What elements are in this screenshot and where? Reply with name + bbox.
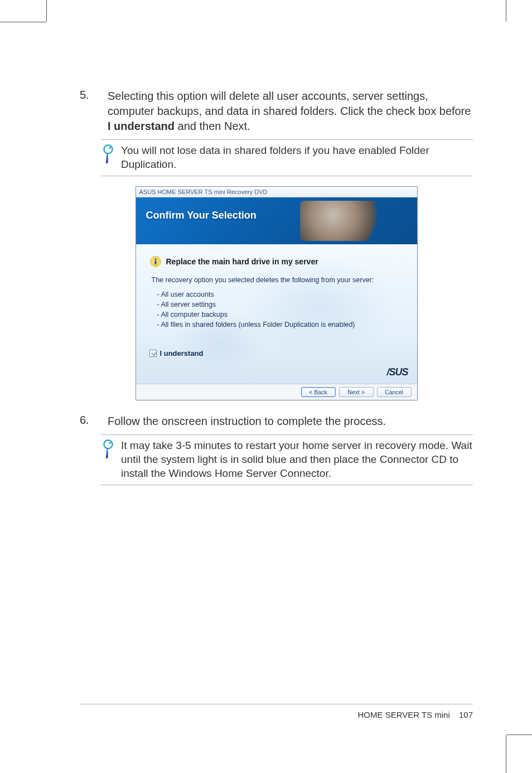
dialog-titlebar: ASUS HOME SERVER TS mini Recovery DVD — [136, 187, 417, 197]
dialog-description: The recovery option you selected deletes… — [152, 276, 404, 285]
svg-point-5 — [104, 440, 112, 448]
cancel-button[interactable]: Cancel — [377, 387, 412, 397]
step-text: Selecting this option will delete all us… — [108, 89, 473, 134]
understand-checkbox-row[interactable]: I understand — [149, 349, 404, 357]
info-heading: Replace the main hard drive in my server — [166, 257, 318, 266]
page-footer: HOME SERVER TS mini 107 — [80, 704, 473, 719]
note-box: It may take 3-5 minutes to restart your … — [101, 434, 473, 485]
info-heading-row: Replace the main hard drive in my server — [149, 255, 404, 268]
list-item: - All files in shared folders (unless Fo… — [157, 320, 404, 330]
note-text: You will not lose data in shared folders… — [121, 143, 473, 171]
text: Selecting this option will delete all us… — [108, 90, 471, 117]
svg-point-0 — [104, 145, 112, 153]
svg-point-3 — [154, 258, 156, 260]
info-icon — [149, 255, 162, 268]
crop-mark — [506, 735, 506, 773]
svg-point-1 — [109, 147, 111, 148]
crop-mark — [506, 735, 532, 735]
dialog-list: - All user accounts - All server setting… — [157, 289, 404, 330]
dialog-body: Replace the main hard drive in my server… — [136, 244, 417, 384]
banner-title: Confirm Your Selection — [146, 210, 257, 221]
list-item: - All user accounts — [157, 289, 404, 299]
text: and then Next. — [175, 120, 250, 132]
svg-rect-4 — [154, 260, 156, 264]
asus-logo: /SUS — [386, 366, 408, 378]
pushpin-icon — [101, 439, 115, 461]
crop-mark — [46, 0, 47, 22]
checkbox-label: I understand — [160, 349, 204, 357]
page-content: 5. Selecting this option will delete all… — [46, 22, 506, 735]
dialog-banner: Confirm Your Selection — [136, 197, 417, 244]
step-5: 5. Selecting this option will delete all… — [80, 89, 473, 134]
list-item: - All server settings — [157, 299, 404, 310]
checkbox-icon[interactable] — [149, 350, 157, 357]
note-text: It may take 3-5 minutes to restart your … — [121, 438, 473, 480]
next-button[interactable]: Next > — [339, 387, 374, 397]
bold-text: I understand — [108, 120, 175, 132]
crop-mark — [506, 0, 506, 22]
svg-point-6 — [109, 442, 111, 443]
step-text: Follow the onscreen instruction to compl… — [108, 414, 386, 429]
step-number: 6. — [80, 414, 108, 429]
note-box: You will not lose data in shared folders… — [101, 139, 473, 176]
step-number: 5. — [80, 89, 108, 134]
dialog-button-bar: < Back Next > Cancel — [136, 384, 417, 400]
list-item: - All computer backups — [157, 310, 404, 320]
step-6: 6. Follow the onscreen instruction to co… — [80, 414, 473, 429]
back-button[interactable]: < Back — [301, 387, 336, 397]
crop-mark — [0, 22, 46, 22]
banner-photo — [300, 201, 384, 241]
pushpin-icon — [101, 144, 115, 166]
product-name: HOME SERVER TS mini — [357, 710, 449, 719]
recovery-dialog: ASUS HOME SERVER TS mini Recovery DVD Co… — [136, 186, 418, 400]
page-number: 107 — [459, 710, 473, 719]
